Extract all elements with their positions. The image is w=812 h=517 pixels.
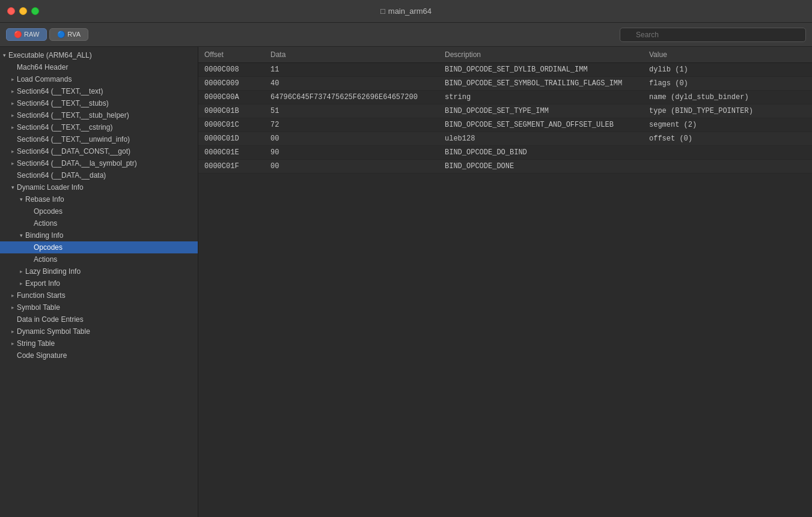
cell-description: BIND_OPCODE_DONE [439,160,643,174]
table-row[interactable]: 0000C01C72BIND_OPCODE_SET_SEGMENT_AND_OF… [198,118,812,132]
table-row[interactable]: 0000C01B51BIND_OPCODE_SET_TYPE_IMMtype (… [198,104,812,118]
cell-data: 00 [264,132,439,146]
sidebar-item-dynamic-symbol-table[interactable]: ▸Dynamic Symbol Table [0,325,198,337]
sidebar-item-label: Section64 (__TEXT,__cstring) [17,123,194,132]
sidebar-item-binding-info[interactable]: ▾Binding Info [0,229,198,241]
sidebar-item-label: Dynamic Symbol Table [17,327,194,336]
sidebar-item-opcodes-rebase[interactable]: Opcodes [0,205,198,217]
chevron-icon: ▸ [8,340,17,346]
table-header-row: Offset Data Description Value [198,47,812,63]
sidebar-item-code-signature[interactable]: Code Signature [0,349,198,361]
sidebar-item-actions-rebase[interactable]: Actions [0,217,198,229]
table-row[interactable]: 0000C01F00BIND_OPCODE_DONE [198,160,812,174]
table-row[interactable]: 0000C00A64796C645F737475625F62696E646572… [198,91,812,104]
sidebar-item-label: Code Signature [17,351,194,360]
sidebar-item-section64-data-data[interactable]: Section64 (__DATA,__data) [0,169,198,181]
sidebar-item-function-starts[interactable]: ▸Function Starts [0,289,198,301]
cell-description: string [439,91,643,104]
sidebar-item-rebase-info[interactable]: ▾Rebase Info [0,193,198,205]
sidebar-item-label: Export Info [25,279,194,288]
raw-button[interactable]: 🔴 RAW [6,28,47,41]
window-icon: □ [380,7,385,16]
cell-data: 00 [264,160,439,174]
cell-data: 11 [264,63,439,77]
cell-value: type (BIND_TYPE_POINTER) [643,104,812,118]
sidebar-item-label: Section64 (__TEXT,__stubs) [17,99,194,107]
sidebar-item-label: Function Starts [17,291,194,300]
chevron-icon: ▸ [17,280,25,286]
minimize-button[interactable] [19,7,27,15]
sidebar-item-label: Mach64 Header [17,63,194,71]
sidebar-item-load-commands[interactable]: ▸Load Commands [0,73,198,85]
search-wrapper: 🔍 [620,28,806,42]
cell-description: BIND_OPCODE_SET_DYLIB_ORDINAL_IMM [439,63,643,77]
sidebar-item-section64-data-const-got[interactable]: ▸Section64 (__DATA_CONST,__got) [0,145,198,157]
chevron-icon: ▸ [8,304,17,310]
sidebar-item-label: Opcodes [34,207,194,216]
cell-description: BIND_OPCODE_SET_SYMBOL_TRAILING_FLAGS_IM… [439,77,643,91]
cell-data: 64796C645F737475625F62696E64657200 [264,91,439,104]
cell-offset: 0000C01B [198,104,264,118]
col-header-value: Value [643,47,812,63]
chevron-icon: ▸ [8,76,17,82]
rva-button[interactable]: 🔵 RVA [49,28,88,41]
chevron-icon: ▸ [8,100,17,106]
sidebar-item-string-table[interactable]: ▸String Table [0,337,198,349]
cell-data: 51 [264,104,439,118]
sidebar-item-dynamic-loader-info[interactable]: ▾Dynamic Loader Info [0,181,198,193]
sidebar-item-export-info[interactable]: ▸Export Info [0,277,198,289]
main-table: Offset Data Description Value 0000C00811… [198,47,812,174]
table-row[interactable]: 0000C01D00uleb128offset (0) [198,132,812,146]
table-row[interactable]: 0000C01E90BIND_OPCODE_DO_BIND [198,146,812,160]
toolbar: 🔴 RAW 🔵 RVA 🔍 [0,23,812,47]
chevron-icon: ▸ [17,268,25,274]
chevron-icon: ▸ [8,112,17,118]
sidebar-item-mach64-header[interactable]: Mach64 Header [0,61,198,73]
chevron-icon: ▸ [8,148,17,154]
titlebar: □ main_arm64 [0,0,812,23]
cell-description: BIND_OPCODE_DO_BIND [439,146,643,160]
sidebar-item-label: Load Commands [17,75,194,83]
sidebar-item-label: Section64 (__DATA_CONST,__got) [17,147,194,156]
sidebar-item-label: Actions [34,219,194,228]
cell-value: flags (0) [643,77,812,91]
close-button[interactable] [7,7,15,15]
table-row[interactable]: 0000C00940BIND_OPCODE_SET_SYMBOL_TRAILIN… [198,77,812,91]
chevron-icon: ▸ [8,328,17,334]
sidebar-item-label: Binding Info [25,231,194,240]
sidebar-item-label: Dynamic Loader Info [17,183,194,192]
cell-offset: 0000C008 [198,63,264,77]
search-input[interactable] [620,28,806,42]
cell-value: segment (2) [643,118,812,132]
sidebar-item-section64-text-cstring[interactable]: ▸Section64 (__TEXT,__cstring) [0,121,198,133]
cell-value: offset (0) [643,132,812,146]
cell-data: 72 [264,118,439,132]
chevron-icon: ▸ [8,124,17,130]
col-header-data: Data [264,47,439,63]
data-table: Offset Data Description Value 0000C00811… [198,47,812,517]
table-row[interactable]: 0000C00811BIND_OPCODE_SET_DYLIB_ORDINAL_… [198,63,812,77]
sidebar-item-section64-text-unwind-info[interactable]: Section64 (__TEXT,__unwind_info) [0,133,198,145]
sidebar-item-section64-text-text[interactable]: ▸Section64 (__TEXT,__text) [0,85,198,97]
cell-offset: 0000C01C [198,118,264,132]
sidebar-item-actions-binding[interactable]: Actions [0,253,198,265]
main-area: ▾Executable (ARM64_ALL)Mach64 Header▸Loa… [0,47,812,517]
sidebar-item-section64-data-la-symbol-ptr[interactable]: ▸Section64 (__DATA,__la_symbol_ptr) [0,157,198,169]
sidebar-item-label: Data in Code Entries [17,315,194,324]
maximize-button[interactable] [31,7,39,15]
sidebar-item-section64-text-stubs[interactable]: ▸Section64 (__TEXT,__stubs) [0,97,198,109]
sidebar-item-executable[interactable]: ▾Executable (ARM64_ALL) [0,49,198,61]
cell-data: 90 [264,146,439,160]
cell-offset: 0000C009 [198,77,264,91]
traffic-lights [7,7,39,15]
sidebar-item-opcodes-binding[interactable]: Opcodes [0,241,198,253]
sidebar-item-label: Section64 (__DATA,__la_symbol_ptr) [17,159,194,168]
sidebar-item-data-in-code[interactable]: Data in Code Entries [0,313,198,325]
sidebar-item-label: Rebase Info [25,195,194,204]
sidebar-item-symbol-table[interactable]: ▸Symbol Table [0,301,198,313]
sidebar-item-lazy-binding-info[interactable]: ▸Lazy Binding Info [0,265,198,277]
sidebar: ▾Executable (ARM64_ALL)Mach64 Header▸Loa… [0,47,198,517]
sidebar-item-section64-text-stub-helper[interactable]: ▸Section64 (__TEXT,__stub_helper) [0,109,198,121]
sidebar-item-label: String Table [17,339,194,348]
chevron-icon: ▾ [17,196,25,202]
